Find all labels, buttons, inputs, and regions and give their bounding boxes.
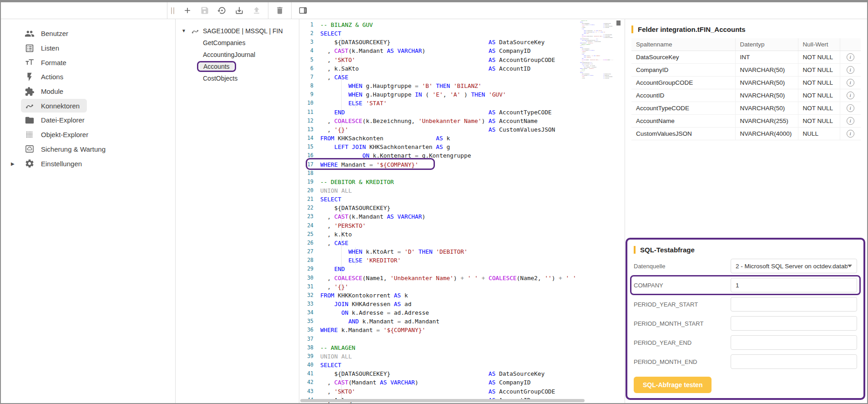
code-line[interactable]: 30 , COALESCE(Name1, 'Unbekannter Name')… [299, 274, 625, 282]
code-line[interactable]: 34 ON k.Adresse = ad.Adresse [299, 308, 625, 317]
tree-item-label: CostObjects [203, 75, 237, 82]
tree-item-accountingjournal[interactable]: AccountingJournal [176, 49, 299, 61]
horizontal-scrollbar[interactable] [300, 399, 585, 402]
code-line[interactable]: 12 , COALESCE(k.Bezeichnung, 'Unbekannte… [299, 117, 625, 125]
code-line[interactable]: 41 ${DATASOURCEKEY} AS DataSourceKey [299, 369, 625, 378]
sidebar-item-module[interactable]: Module [1, 84, 175, 99]
info-icon[interactable]: i [847, 79, 854, 87]
sidebar-item-listen[interactable]: Listen [1, 41, 175, 56]
line-number: 2 [299, 29, 320, 38]
period-month-start-input[interactable] [736, 320, 852, 327]
code-line[interactable]: 8 WHEN g.Hauptgruppe = 'B' THEN 'BILANZ' [299, 82, 625, 90]
code-line[interactable]: 3 ${DATASOURCEKEY} AS DataSourceKey [299, 38, 625, 46]
users-icon [25, 29, 35, 39]
download-button[interactable] [231, 4, 248, 17]
sidebar-item-benutzer[interactable]: Benutzer [1, 26, 175, 41]
info-icon[interactable]: i [847, 117, 854, 125]
save-button[interactable] [196, 4, 213, 17]
code-line[interactable]: 9 WHEN g.Hauptgruppe IN ( 'E', 'A' ) THE… [299, 90, 625, 99]
code-line[interactable]: 36WHERE k.Mandant = '${COMPANY}' [299, 326, 625, 334]
info-icon[interactable]: i [847, 104, 854, 112]
panel-right-button[interactable] [294, 4, 312, 17]
code-line[interactable]: 2SELECT [299, 29, 625, 38]
code-line[interactable]: 1-- BILANZ & GUV [299, 20, 625, 29]
sidebar-item-einstellungen[interactable]: ▶Einstellungen [1, 156, 175, 171]
code-line[interactable]: 5 , 'SKTO' AS AccountGroupCODE [299, 56, 625, 64]
code-line[interactable]: 22 ${DATASOURCEKEY} [299, 204, 625, 212]
code-line[interactable]: 40SELECT [299, 361, 625, 369]
info-icon[interactable]: i [847, 92, 854, 99]
expand-arrow-icon[interactable]: ▶ [11, 161, 15, 166]
sidebar-item-formate[interactable]: Formate [1, 55, 175, 70]
sidebar-item-datei-explorer[interactable]: Datei-Explorer [1, 113, 175, 128]
code-line[interactable]: 27 WHEN k.KtoArt = 'D' THEN 'DEBITOR' [299, 247, 625, 256]
code-line[interactable]: 24 , 'PERSKTO' [299, 221, 625, 230]
form-row-period-year-start: PERIOD_YEAR_START [634, 295, 857, 314]
minimap[interactable]: -- BILANZ & GUVSELECT ${DATASOURCEKEY} A… [580, 20, 615, 85]
code-line[interactable]: 39UNION ALL [299, 352, 625, 361]
info-icon[interactable]: i [847, 53, 854, 61]
line-number: 5 [299, 56, 320, 64]
sidebar-item-sicherung-wartung[interactable]: Sicherung & Wartung [1, 142, 175, 157]
annotation-where-company-clause [306, 158, 435, 170]
tree-root-connector[interactable]: ▼SAGE100DE | MSSQL | FIN [176, 25, 299, 37]
company-input[interactable] [736, 282, 852, 289]
code-line[interactable]: 35 AND k.Mandant = ad.Mandant [299, 317, 625, 326]
tree-item-costobjects[interactable]: CostObjects [176, 72, 299, 84]
tree-item-accounts[interactable]: Accounts [176, 61, 299, 72]
code-line[interactable]: 14FROM KHKSachkonten AS k [299, 134, 625, 143]
fields-section: Felder integration.tFIN_Accounts Spalten… [625, 19, 867, 140]
add-button[interactable] [179, 4, 196, 17]
code-line[interactable]: 20UNION ALL [299, 186, 625, 195]
code-line[interactable]: 31 , '{}' [299, 282, 625, 291]
code-line[interactable]: 13 , '{}' AS CustomValuesJSON [299, 125, 625, 134]
period-month-end-input[interactable] [736, 358, 852, 365]
sql-code-editor[interactable]: 1-- BILANZ & GUV2SELECT3 ${DATASOURCEKEY… [299, 19, 625, 403]
field-cell: NVARCHAR(4000) [735, 128, 798, 140]
test-query-form: Datenquelle2 - Microsoft SQL Server on o… [634, 256, 857, 371]
sidebar-item-objekt-explorer[interactable]: Objekt-Explorer [1, 128, 175, 142]
code-line[interactable]: 6 , k.SaKto AS AccountID [299, 64, 625, 73]
code-line[interactable]: 26 , CASE [299, 239, 625, 247]
info-icon[interactable]: i [847, 66, 854, 74]
grid-icon [25, 130, 35, 140]
code-line[interactable]: 18 [299, 169, 625, 178]
vertical-scrollbar-thumb[interactable] [616, 20, 621, 26]
period-year-end-input[interactable] [736, 339, 852, 346]
form-row-period-month-start: PERIOD_MONTH_START [634, 314, 857, 333]
code-area[interactable]: 1-- BILANZ & GUV2SELECT3 ${DATASOURCEKEY… [299, 19, 625, 403]
code-line[interactable]: 21SELECT [299, 195, 625, 204]
line-number: 33 [299, 300, 320, 308]
drag-handle-icon[interactable] [171, 7, 174, 14]
code-line[interactable]: 7 , CASE [299, 73, 625, 82]
code-line[interactable]: 33 JOIN KHKAdressen AS ad [299, 300, 625, 308]
code-line[interactable]: 15 LEFT JOIN KHKSachkontenarten AS g [299, 143, 625, 151]
collapse-caret-icon[interactable]: ▼ [179, 28, 188, 33]
line-number: 36 [299, 326, 320, 334]
sql-test-button[interactable]: SQL-Abfrage testen [634, 377, 712, 393]
delete-button[interactable] [271, 4, 288, 17]
tree-item-getcompanies[interactable]: GetCompanies [176, 37, 299, 49]
code-line[interactable]: 28 ELSE 'KREDITOR' [299, 256, 625, 265]
code-line[interactable]: 11 END AS AccountTypeCODE [299, 108, 625, 117]
code-line[interactable]: 43 , 'SKTO' AS AccountGroupCODE [299, 387, 625, 396]
info-icon[interactable]: i [847, 130, 854, 138]
code-line[interactable]: 4 , CAST(k.Mandant AS VARCHAR) AS Compan… [299, 46, 625, 55]
upload-button[interactable] [248, 4, 265, 17]
period-year-start-input[interactable] [736, 301, 852, 308]
code-line[interactable]: 37 [299, 335, 625, 343]
restore-button[interactable] [213, 4, 231, 17]
code-line[interactable]: 42 , CAST(Mandant AS VARCHAR) AS Company… [299, 378, 625, 387]
sidebar-item-konnektoren[interactable]: Konnektoren [1, 98, 175, 113]
sidebar-item-actions[interactable]: Actions [1, 70, 175, 84]
code-line[interactable]: 10 ELSE 'STAT' [299, 99, 625, 107]
code-line[interactable]: 38-- ANLAGEN [299, 343, 625, 352]
code-line[interactable]: 19-- DEBITOR & KREDITOR [299, 178, 625, 186]
code-line[interactable]: 23 , CAST(k.Mandant AS VARCHAR) [299, 212, 625, 221]
datasource-select[interactable]: 2 - Microsoft SQL Server on octdev.datab… [731, 259, 857, 273]
code-line[interactable]: 29 END [299, 265, 625, 273]
code-line[interactable]: 25 , k.Kto [299, 230, 625, 239]
connector-tree: ▼SAGE100DE | MSSQL | FINGetCompaniesAcco… [176, 19, 299, 403]
code-line[interactable]: 32FROM KHKKontokorrent AS k [299, 291, 625, 300]
field-row: AccountGroupCODENVARCHAR(50)NOT NULLi [631, 77, 861, 89]
